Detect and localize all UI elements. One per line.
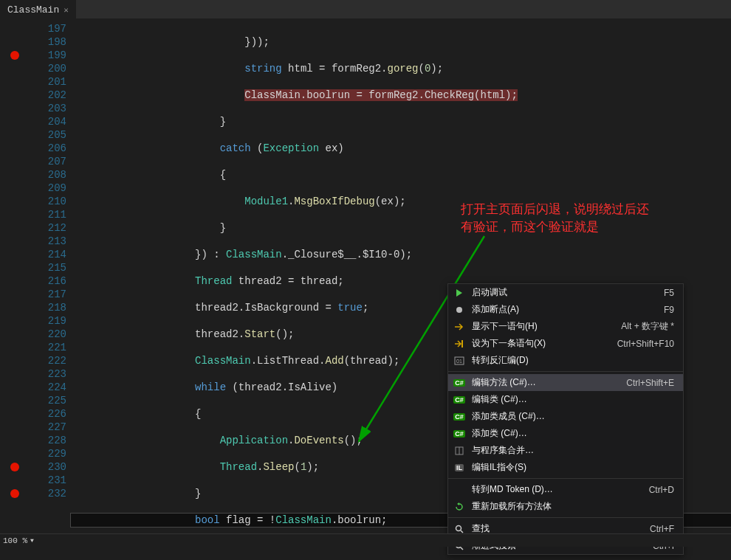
play-icon — [453, 286, 466, 300]
svg-rect-2 — [461, 340, 463, 348]
menu-item[interactable]: 与程序集合并… — [448, 442, 683, 459]
line-number: 217 — [21, 288, 66, 301]
context-menu: 启动调试F5添加断点(A)F9显示下一语句(H)Alt + 数字键 *设为下一条… — [447, 283, 684, 555]
line-number: 213 — [21, 235, 66, 248]
breakpoint-column[interactable] — [9, 19, 21, 536]
menu-label: 显示下一语句(H) — [472, 320, 538, 333]
breakpoint-line: ClassMain.boolrun = formReg2.CheckReg(ht… — [244, 89, 518, 101]
menu-label: 转到MD Token (D)… — [472, 483, 553, 496]
line-number: 227 — [21, 421, 66, 434]
line-gutter: 1971981992002012022032042052062072082092… — [21, 19, 71, 536]
cursor-icon — [453, 337, 466, 350]
menu-label: 编辑类 (C#)… — [472, 393, 527, 406]
left-margin — [0, 19, 9, 536]
menu-label: 编辑方法 (C#)… — [472, 376, 536, 389]
breakpoint-dot[interactable] — [10, 463, 19, 471]
svg-line-10 — [461, 547, 463, 550]
line-number: 200 — [21, 62, 66, 75]
line-number: 211 — [21, 208, 66, 221]
menu-label: 添加类 (C#)… — [472, 427, 527, 440]
menu-item[interactable]: C#编辑方法 (C#)…Ctrl+Shift+E — [448, 374, 683, 391]
line-number: 226 — [21, 407, 66, 421]
svg-point-1 — [456, 307, 462, 313]
line-number: 199 — [21, 49, 66, 62]
menu-shortcut: F5 — [664, 288, 683, 298]
menu-item[interactable]: C#添加类 (C#)… — [448, 425, 683, 442]
menu-shortcut: Ctrl+D — [649, 485, 683, 495]
line-number: 215 — [21, 261, 66, 274]
line-number: 208 — [21, 168, 66, 182]
svg-line-8 — [461, 530, 463, 533]
line-number: 205 — [21, 128, 66, 142]
menu-shortcut: Ctrl+F — [650, 524, 683, 534]
blank-icon — [453, 483, 466, 497]
tab-bar: ClassMain ✕ — [0, 0, 731, 19]
menu-item[interactable]: 添加断点(A)F9 — [448, 301, 683, 318]
line-number: 198 — [21, 35, 66, 49]
line-number: 212 — [21, 221, 66, 235]
line-number: 203 — [21, 102, 66, 115]
asm-icon: 01 — [453, 354, 466, 367]
tab-label: ClassMain — [7, 4, 59, 15]
line-number: 228 — [21, 434, 66, 447]
menu-label: 设为下一条语句(X) — [472, 337, 546, 350]
cs-icon: C# — [453, 393, 466, 407]
cs-icon: C# — [453, 376, 466, 390]
breakpoint-dot[interactable] — [10, 51, 19, 60]
line-number: 201 — [21, 75, 66, 89]
cs-icon: C# — [453, 410, 466, 424]
line-number: 202 — [21, 89, 66, 102]
menu-shortcut: F9 — [664, 305, 683, 315]
svg-point-7 — [456, 525, 461, 530]
menu-shortcut: Ctrl+Shift+E — [626, 378, 683, 388]
menu-label: 添加类成员 (C#)… — [472, 410, 545, 423]
line-number: 204 — [21, 115, 66, 128]
line-number: 229 — [21, 447, 66, 460]
line-number: 222 — [21, 354, 66, 367]
menu-item[interactable]: 设为下一条语句(X)Ctrl+Shift+F10 — [448, 335, 683, 352]
line-number: 209 — [21, 182, 66, 195]
menu-shortcut: Ctrl+Shift+F10 — [617, 339, 683, 349]
menu-shortcut: Alt + 数字键 * — [621, 320, 683, 333]
line-number: 214 — [21, 248, 66, 261]
line-number: 220 — [21, 328, 66, 341]
arrow-r-icon — [453, 320, 466, 333]
zoom-dropdown-icon[interactable]: ▼ — [30, 537, 34, 544]
status-bar: 100 % ▼ — [0, 533, 731, 547]
line-number: 207 — [21, 155, 66, 168]
menu-label: 添加断点(A) — [472, 303, 519, 316]
menu-item[interactable]: 转到MD Token (D)…Ctrl+D — [448, 481, 683, 498]
menu-label: 启动调试 — [472, 286, 507, 299]
menu-label: 转到反汇编(D) — [472, 354, 529, 367]
line-number: 225 — [21, 394, 66, 407]
menu-item[interactable]: 01转到反汇编(D) — [448, 352, 683, 369]
menu-label: 与程序集合并… — [472, 444, 534, 457]
cs-icon: C# — [453, 427, 466, 440]
zoom-level[interactable]: 100 % — [3, 536, 27, 545]
menu-item[interactable]: 启动调试F5 — [448, 284, 683, 301]
menu-item[interactable]: 重新加载所有方法体 — [448, 498, 683, 515]
menu-item[interactable]: C#编辑类 (C#)… — [448, 391, 683, 408]
svg-text:01: 01 — [456, 359, 462, 364]
merge-icon — [453, 444, 466, 457]
circle-icon — [453, 303, 466, 317]
line-number: 224 — [21, 381, 66, 394]
close-icon[interactable]: ✕ — [64, 5, 69, 15]
menu-item[interactable]: C#添加类成员 (C#)… — [448, 408, 683, 425]
il-icon: IL — [453, 461, 466, 474]
breakpoint-dot[interactable] — [10, 489, 19, 498]
menu-label: 编辑IL指令(S) — [472, 461, 526, 474]
line-number: 230 — [21, 460, 66, 474]
line-number: 232 — [21, 487, 66, 500]
line-number: 223 — [21, 367, 66, 381]
menu-item[interactable]: IL编辑IL指令(S) — [448, 459, 683, 476]
tab-classmain[interactable]: ClassMain ✕ — [0, 0, 76, 19]
reload-icon — [453, 500, 466, 514]
menu-label: 重新加载所有方法体 — [472, 500, 552, 513]
line-number: 231 — [21, 474, 66, 487]
line-number: 221 — [21, 341, 66, 354]
menu-item[interactable]: 显示下一语句(H)Alt + 数字键 * — [448, 318, 683, 335]
line-number: 216 — [21, 274, 66, 288]
line-number: 206 — [21, 142, 66, 155]
line-number: 210 — [21, 195, 66, 208]
